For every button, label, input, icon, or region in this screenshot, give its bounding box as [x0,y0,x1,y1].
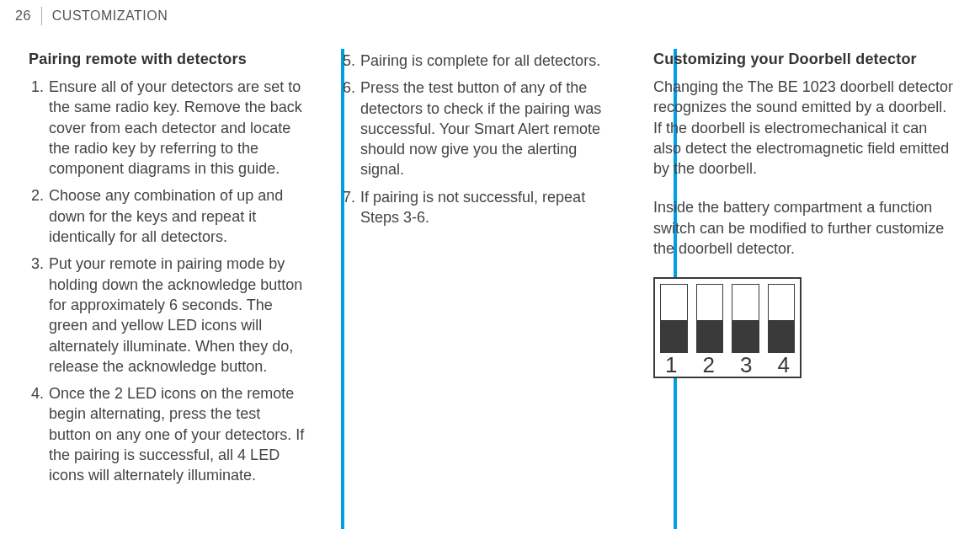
list-item: 1. Ensure all of your detectors are set … [29,77,306,179]
dip-label: 3 [740,353,752,377]
section-title: CUSTOMIZATION [52,8,168,24]
dip-switch-row [660,284,795,352]
dip-switch-1 [660,284,688,352]
dip-label: 2 [703,353,715,377]
list-number: 4. [29,383,49,485]
list-text: Pairing is complete for all detectors. [360,51,620,71]
paragraph: Inside the battery compartment a functio… [653,197,955,259]
list-text: Put your remote in pairing mode by holdi… [49,254,306,377]
list-item: 7. If pairing is not successful, repeat … [340,187,620,228]
page-number: 26 [15,8,31,24]
dip-switch-diagram: 1 2 3 4 [653,277,955,378]
column-2: 5. Pairing is complete for all detectors… [330,51,643,493]
list-number: 3. [29,254,49,377]
list-item: 4. Once the 2 LED icons on the remote be… [29,383,306,485]
header-separator [41,7,42,25]
heading-pairing: Pairing remote with detectors [29,51,306,68]
dip-switch-labels: 1 2 3 4 [660,353,795,377]
list-number: 5. [340,51,360,71]
pairing-steps-list-cont: 5. Pairing is complete for all detectors… [340,51,620,227]
dip-switch-2 [696,284,724,352]
page: 26 CUSTOMIZATION Pairing remote with det… [0,0,980,556]
dip-switch-frame: 1 2 3 4 [653,277,802,378]
list-item: 6. Press the test button of any of the d… [340,78,620,179]
list-item: 3. Put your remote in pairing mode by ho… [29,254,306,377]
pairing-steps-list: 1. Ensure all of your detectors are set … [29,77,306,486]
list-text: Choose any combination of up and down fo… [49,185,306,247]
list-text: Press the test button of any of the dete… [360,78,620,179]
list-number: 1. [29,77,49,179]
dip-switch-3 [732,284,759,352]
column-1: Pairing remote with detectors 1. Ensure … [29,51,330,493]
list-number: 7. [340,187,360,228]
list-number: 6. [340,78,360,179]
dip-switch-4 [768,284,796,352]
list-text: If pairing is not successful, repeat Ste… [360,187,620,228]
dip-label: 1 [665,353,677,377]
columns: Pairing remote with detectors 1. Ensure … [0,32,980,493]
paragraph: Changing the The BE 1023 doorbell detect… [653,77,955,179]
heading-customizing: Customizing your Doorbell detector [653,51,955,68]
list-text: Ensure all of your detectors are set to … [49,77,306,179]
list-number: 2. [29,185,49,247]
page-header: 26 CUSTOMIZATION [0,0,980,32]
list-text: Once the 2 LED icons on the remote begin… [49,383,306,485]
column-3: Customizing your Doorbell detector Chang… [643,51,955,493]
dip-label: 4 [778,353,790,377]
list-item: 5. Pairing is complete for all detectors… [340,51,620,71]
list-item: 2. Choose any combination of up and down… [29,185,306,247]
